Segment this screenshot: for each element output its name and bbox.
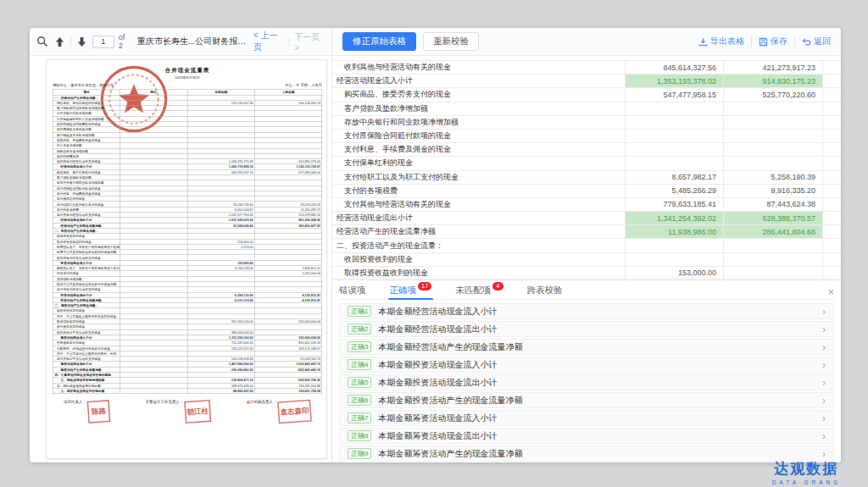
row-prior-amount[interactable] xyxy=(724,116,823,129)
row-prior-amount[interactable] xyxy=(724,130,823,142)
app-window: of 2 重庆市长寿生...公司财务报表.pdf < 上一页 | 下一页 > 修… xyxy=(30,28,841,462)
pdf-viewer[interactable]: 合并现金流量表 2019年6月30日 编制单位：重庆市长寿生态…有限公司 单位：… xyxy=(30,56,331,462)
revalidate-button[interactable]: 重新校验 xyxy=(423,32,479,51)
table-row[interactable]: 经营活动现金流入小计1,353,193,378.02914,830,175.23 xyxy=(332,75,841,88)
table-row[interactable]: 购买商品、接受劳务支付的现金547,477,958.15525,770,220.… xyxy=(332,88,841,102)
row-prior-amount[interactable] xyxy=(724,143,823,156)
row-prior-amount[interactable]: 9,916,335.20 xyxy=(724,185,823,197)
page-number-input[interactable] xyxy=(92,36,114,48)
table-row[interactable]: 支付利息、手续费及佣金的现金 xyxy=(332,143,841,157)
row-prior-amount[interactable]: 914,830,175.23 xyxy=(724,75,823,87)
signature-label: 主管会计工作负责人： xyxy=(146,399,184,405)
table-row[interactable]: 支付给职工以及为职工支付的现金8,657,982.175,258,190.39 xyxy=(332,171,841,185)
page-down-icon[interactable] xyxy=(75,35,88,48)
next-page-link[interactable]: 下一页 > xyxy=(294,31,325,53)
tab-错误项[interactable]: 错误项 xyxy=(339,280,366,299)
validation-item[interactable]: 正确7本期金额筹资活动现金流入小计› xyxy=(339,410,834,426)
table-row[interactable]: 经营活动现金流出小计1,341,254,392.02628,388,370.57 xyxy=(332,212,841,225)
prev-page-link[interactable]: < 上一页 xyxy=(253,30,284,53)
validation-item[interactable]: 正确4本期金额投资活动现金流入小计› xyxy=(339,357,834,373)
row-prior-amount[interactable]: 525,770,220.60 xyxy=(724,88,823,101)
validation-item[interactable]: 正确3本期金额经营活动产生的现金流量净额› xyxy=(339,339,834,355)
fix-original-table-button[interactable]: 修正原始表格 xyxy=(342,32,416,51)
table-row[interactable]: 支付原保险合同赔付款项的现金 xyxy=(332,130,841,143)
save-label: 保存 xyxy=(771,36,787,47)
table-row[interactable]: 二、投资活动产生的现金流量： xyxy=(332,239,841,252)
return-icon xyxy=(802,37,811,47)
row-current-amount[interactable] xyxy=(626,253,724,266)
table-row[interactable]: 取得投资收益收到的现金153,000.00 xyxy=(332,267,841,279)
export-table-label: 导出表格 xyxy=(710,36,744,47)
row-current-amount[interactable]: 1,341,254,392.02 xyxy=(626,212,724,224)
row-prior-amount[interactable] xyxy=(724,253,823,266)
export-table-link[interactable]: 导出表格 xyxy=(698,36,744,47)
statement-table-body: 一、经营活动产生的现金流量：销售商品、提供劳务收到的现金570,135,457.… xyxy=(53,95,322,394)
row-prior-amount[interactable]: 628,388,370.57 xyxy=(724,212,823,224)
statement-unit: 单位：元 币种：人民币 xyxy=(285,83,322,88)
save-link[interactable]: 保存 xyxy=(759,36,787,47)
close-icon[interactable]: × xyxy=(827,283,834,297)
row-prior-amount[interactable] xyxy=(724,157,823,169)
row-current-amount[interactable]: 11,938,986.00 xyxy=(626,225,724,238)
row-prior-amount[interactable] xyxy=(724,239,823,252)
row-current-amount[interactable]: 547,477,958.15 xyxy=(626,88,724,101)
tab-正确项[interactable]: 正确项17 xyxy=(390,280,432,299)
validation-item-text: 本期金额投资活动现金流出小计 xyxy=(378,377,497,389)
tab-跨表校验[interactable]: 跨表校验 xyxy=(527,280,563,299)
row-prior-amount[interactable]: 87,443,624.38 xyxy=(724,198,823,211)
table-row[interactable]: 存放中央银行和同业款项净增加额 xyxy=(332,116,841,130)
row-current-amount[interactable]: 845,614,327.56 xyxy=(626,61,724,74)
app-background: of 2 重庆市长寿生...公司财务报表.pdf < 上一页 | 下一页 > 修… xyxy=(0,0,868,487)
chevron-right-icon: › xyxy=(822,449,826,459)
row-current-amount[interactable] xyxy=(626,157,724,169)
row-current-amount[interactable] xyxy=(626,102,724,115)
back-link[interactable]: 返回 xyxy=(802,36,831,47)
page-up-icon[interactable] xyxy=(53,35,66,48)
table-row[interactable]: 收回投资收到的现金 xyxy=(332,253,841,267)
row-current-amount[interactable] xyxy=(626,130,724,142)
table-row[interactable]: 经营活动产生的现金流量净额11,938,986.00286,441,804.66 xyxy=(332,225,841,239)
row-current-amount[interactable]: 153,000.00 xyxy=(626,267,724,279)
chevron-right-icon: › xyxy=(822,413,826,423)
validation-item[interactable]: 正确9本期金额筹资活动产生的现金流量净额› xyxy=(339,445,834,462)
table-row[interactable]: 收到其他与经营活动有关的现金845,614,327.56421,273,917.… xyxy=(332,61,841,75)
validation-item[interactable]: 正确2本期金额经营活动现金流出小计› xyxy=(339,321,834,337)
validation-item-text: 本期金额经营活动产生的现金流量净额 xyxy=(378,341,522,353)
row-current-amount[interactable]: 5,485,266.29 xyxy=(626,185,724,197)
validation-item-text: 本期金额筹资活动产生的现金流量净额 xyxy=(378,448,522,460)
row-current-amount[interactable]: 1,353,193,378.02 xyxy=(626,75,724,87)
row-current-amount[interactable]: 779,633,185.41 xyxy=(626,198,724,211)
validation-item[interactable]: 正确1本期金额经营活动现金流入小计› xyxy=(339,303,834,319)
row-prior-amount[interactable]: 286,441,804.66 xyxy=(724,225,823,238)
nav-divider: | xyxy=(288,37,291,47)
correct-badge: 正确8 xyxy=(348,430,371,441)
toolbar-divider xyxy=(70,36,71,47)
row-prior-amount[interactable] xyxy=(724,267,823,279)
signature-block: 法定代表人：陈路 xyxy=(64,399,110,423)
row-item-name: 支付其他与经营活动有关的现金 xyxy=(332,198,626,211)
table-row[interactable]: 客户贷款及垫款净增加额 xyxy=(332,102,841,116)
statement-meta: 编制单位：重庆市长寿生态…有限公司 单位：元 币种：人民币 xyxy=(53,83,322,88)
validation-item[interactable]: 正确6本期金额投资活动产生的现金流量净额› xyxy=(339,392,834,408)
row-prior-amount[interactable]: 5,258,190.39 xyxy=(724,171,823,184)
pdf-page: 合并现金流量表 2019年6月30日 编制单位：重庆市长寿生态…有限公司 单位：… xyxy=(46,59,327,459)
table-row[interactable]: 支付的各项税费5,485,266.299,916,335.20 xyxy=(332,185,841,198)
table-row[interactable]: 支付保单红利的现金 xyxy=(332,157,841,170)
validation-item[interactable]: 正确8本期金额筹资活动现金流出小计› xyxy=(339,428,834,444)
row-prior-amount[interactable] xyxy=(724,102,823,115)
tab-未匹配项[interactable]: 未匹配项4 xyxy=(455,280,503,299)
page-nav: < 上一页 | 下一页 > xyxy=(253,30,325,53)
row-current-amount[interactable] xyxy=(626,239,724,252)
row-current-amount[interactable] xyxy=(626,143,724,156)
table-row[interactable]: 支付其他与经营活动有关的现金779,633,185.4187,443,624.3… xyxy=(332,198,841,212)
row-prior-amount[interactable]: 421,273,917.23 xyxy=(724,61,823,74)
row-current-amount[interactable]: 8,657,982.17 xyxy=(626,171,724,184)
toolbar-links: 导出表格 保存 返回 xyxy=(698,36,831,47)
document-filename: 重庆市长寿生...公司财务报表.pdf xyxy=(137,36,249,47)
validation-item[interactable]: 正确5本期金额投资活动现金流出小计› xyxy=(339,374,834,390)
chevron-right-icon: › xyxy=(822,396,826,406)
magnifier-icon[interactable] xyxy=(36,35,49,48)
correct-badge: 正确9 xyxy=(348,448,371,459)
row-current-amount[interactable] xyxy=(626,116,724,129)
row-item-name: 取得投资收益收到的现金 xyxy=(332,267,626,279)
